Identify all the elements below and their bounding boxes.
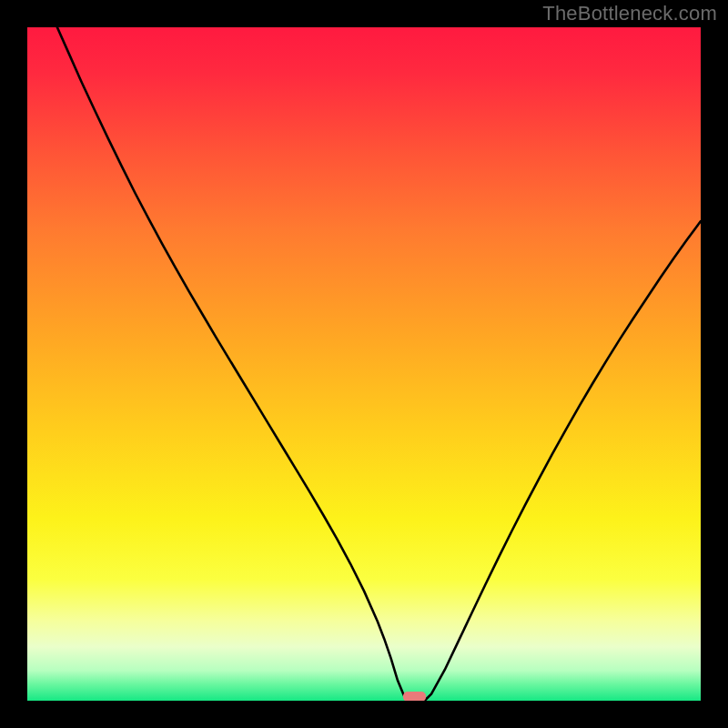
watermark-text: TheBottleneck.com <box>542 2 717 25</box>
optimal-marker <box>403 692 426 701</box>
chart-svg <box>27 27 701 701</box>
gradient-background <box>27 27 701 701</box>
plot-area <box>27 27 701 701</box>
chart-container: TheBottleneck.com <box>0 0 728 728</box>
